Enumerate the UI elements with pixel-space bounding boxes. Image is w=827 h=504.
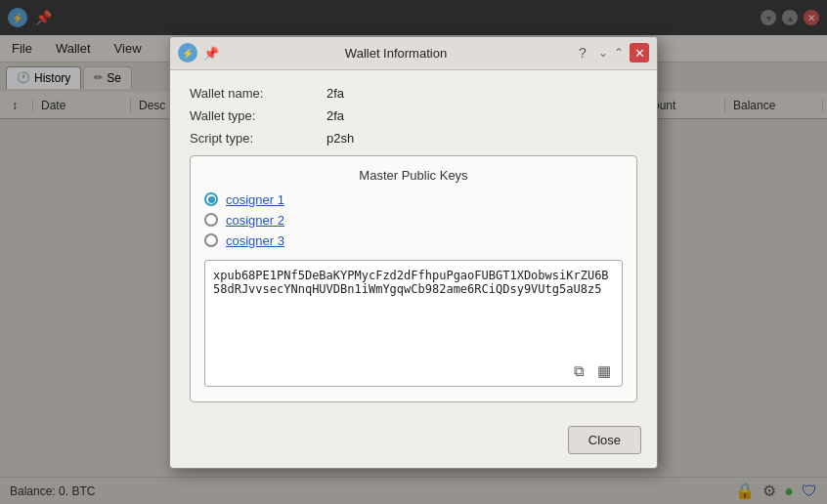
master-public-keys-box: Master Public Keys cosigner 1 cosigner 2…: [190, 155, 637, 402]
dialog-title: Wallet Information: [225, 46, 567, 61]
cosigner-1-radio[interactable]: [204, 192, 218, 206]
cosigner-3-row[interactable]: cosigner 3: [204, 233, 623, 248]
cosigner-3-label[interactable]: cosigner 3: [226, 233, 284, 248]
wallet-name-row: Wallet name: 2fa: [190, 86, 637, 101]
wallet-type-label: Wallet type:: [190, 108, 326, 123]
wallet-type-value: 2fa: [326, 108, 344, 123]
key-icon-buttons: ⧉ ▦: [568, 360, 615, 382]
dialog-body: Wallet name: 2fa Wallet type: 2fa Script…: [170, 70, 657, 418]
copy-key-button[interactable]: ⧉: [568, 360, 589, 382]
modal-overlay: ⚡ 📌 Wallet Information ? ⌄ ⌃ ✕ Wallet na…: [0, 0, 827, 504]
wallet-info-dialog: ⚡ 📌 Wallet Information ? ⌄ ⌃ ✕ Wallet na…: [169, 36, 658, 469]
chevron-down-icon: ⌄: [598, 46, 608, 60]
script-type-row: Script type: p2sh: [190, 131, 637, 146]
wallet-type-row: Wallet type: 2fa: [190, 108, 637, 123]
cosigner-3-radio[interactable]: [204, 233, 218, 247]
cosigner-2-radio[interactable]: [204, 213, 218, 227]
public-key-textarea[interactable]: [204, 260, 623, 387]
dialog-close-button[interactable]: ✕: [630, 43, 649, 63]
close-dialog-button[interactable]: Close: [568, 426, 641, 454]
wallet-name-label: Wallet name:: [190, 86, 326, 101]
script-type-value: p2sh: [326, 131, 354, 146]
qr-code-button[interactable]: ▦: [593, 360, 615, 382]
key-area: ⧉ ▦: [204, 260, 623, 390]
cosigner-2-row[interactable]: cosigner 2: [204, 213, 623, 228]
master-public-keys-title: Master Public Keys: [204, 168, 623, 183]
dialog-titlebar: ⚡ 📌 Wallet Information ? ⌄ ⌃ ✕: [170, 37, 657, 70]
wallet-name-value: 2fa: [326, 86, 344, 101]
dialog-help-button[interactable]: ?: [573, 43, 592, 63]
dialog-pin-icon: 📌: [203, 46, 219, 61]
dialog-footer: Close: [170, 418, 657, 468]
chevron-up-icon: ⌃: [614, 46, 624, 60]
script-type-label: Script type:: [190, 131, 326, 146]
dialog-title-icon: ⚡: [178, 43, 197, 63]
cosigner-1-label[interactable]: cosigner 1: [226, 192, 284, 207]
cosigner-1-row[interactable]: cosigner 1: [204, 192, 623, 207]
cosigner-2-label[interactable]: cosigner 2: [226, 213, 284, 228]
